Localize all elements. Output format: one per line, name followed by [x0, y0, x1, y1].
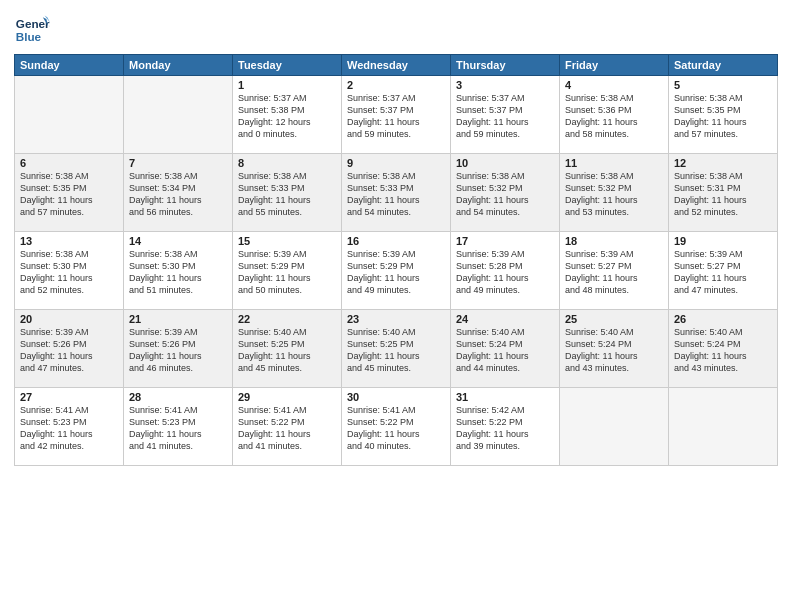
calendar-cell: 4Sunrise: 5:38 AM Sunset: 5:36 PM Daylig…: [560, 76, 669, 154]
day-info: Sunrise: 5:42 AM Sunset: 5:22 PM Dayligh…: [456, 404, 554, 453]
weekday-header-friday: Friday: [560, 55, 669, 76]
calendar-cell: 26Sunrise: 5:40 AM Sunset: 5:24 PM Dayli…: [669, 310, 778, 388]
day-number: 2: [347, 79, 445, 91]
day-number: 10: [456, 157, 554, 169]
calendar-cell: 3Sunrise: 5:37 AM Sunset: 5:37 PM Daylig…: [451, 76, 560, 154]
calendar-cell: 31Sunrise: 5:42 AM Sunset: 5:22 PM Dayli…: [451, 388, 560, 466]
calendar-cell: [669, 388, 778, 466]
calendar-cell: [124, 76, 233, 154]
calendar-cell: 7Sunrise: 5:38 AM Sunset: 5:34 PM Daylig…: [124, 154, 233, 232]
day-number: 30: [347, 391, 445, 403]
day-info: Sunrise: 5:38 AM Sunset: 5:35 PM Dayligh…: [674, 92, 772, 141]
calendar-cell: 11Sunrise: 5:38 AM Sunset: 5:32 PM Dayli…: [560, 154, 669, 232]
calendar-week-3: 13Sunrise: 5:38 AM Sunset: 5:30 PM Dayli…: [15, 232, 778, 310]
calendar-cell: 17Sunrise: 5:39 AM Sunset: 5:28 PM Dayli…: [451, 232, 560, 310]
day-info: Sunrise: 5:38 AM Sunset: 5:36 PM Dayligh…: [565, 92, 663, 141]
calendar-cell: 24Sunrise: 5:40 AM Sunset: 5:24 PM Dayli…: [451, 310, 560, 388]
calendar-cell: 23Sunrise: 5:40 AM Sunset: 5:25 PM Dayli…: [342, 310, 451, 388]
calendar-cell: 15Sunrise: 5:39 AM Sunset: 5:29 PM Dayli…: [233, 232, 342, 310]
day-info: Sunrise: 5:38 AM Sunset: 5:33 PM Dayligh…: [347, 170, 445, 219]
day-info: Sunrise: 5:38 AM Sunset: 5:32 PM Dayligh…: [456, 170, 554, 219]
logo: General Blue: [14, 10, 54, 46]
weekday-header-wednesday: Wednesday: [342, 55, 451, 76]
calendar-cell: 27Sunrise: 5:41 AM Sunset: 5:23 PM Dayli…: [15, 388, 124, 466]
day-number: 26: [674, 313, 772, 325]
weekday-header-thursday: Thursday: [451, 55, 560, 76]
day-number: 19: [674, 235, 772, 247]
day-info: Sunrise: 5:39 AM Sunset: 5:29 PM Dayligh…: [347, 248, 445, 297]
day-number: 29: [238, 391, 336, 403]
calendar-cell: 2Sunrise: 5:37 AM Sunset: 5:37 PM Daylig…: [342, 76, 451, 154]
day-number: 28: [129, 391, 227, 403]
day-info: Sunrise: 5:40 AM Sunset: 5:25 PM Dayligh…: [347, 326, 445, 375]
day-info: Sunrise: 5:40 AM Sunset: 5:24 PM Dayligh…: [456, 326, 554, 375]
page-header: General Blue: [14, 10, 778, 46]
day-info: Sunrise: 5:39 AM Sunset: 5:27 PM Dayligh…: [674, 248, 772, 297]
calendar-cell: 9Sunrise: 5:38 AM Sunset: 5:33 PM Daylig…: [342, 154, 451, 232]
weekday-header-sunday: Sunday: [15, 55, 124, 76]
svg-text:Blue: Blue: [16, 30, 42, 43]
day-number: 9: [347, 157, 445, 169]
calendar-cell: 20Sunrise: 5:39 AM Sunset: 5:26 PM Dayli…: [15, 310, 124, 388]
calendar-cell: 10Sunrise: 5:38 AM Sunset: 5:32 PM Dayli…: [451, 154, 560, 232]
calendar-cell: 14Sunrise: 5:38 AM Sunset: 5:30 PM Dayli…: [124, 232, 233, 310]
calendar-cell: 29Sunrise: 5:41 AM Sunset: 5:22 PM Dayli…: [233, 388, 342, 466]
calendar-week-1: 1Sunrise: 5:37 AM Sunset: 5:38 PM Daylig…: [15, 76, 778, 154]
logo-icon: General Blue: [14, 10, 50, 46]
day-number: 14: [129, 235, 227, 247]
day-number: 23: [347, 313, 445, 325]
calendar-cell: 19Sunrise: 5:39 AM Sunset: 5:27 PM Dayli…: [669, 232, 778, 310]
calendar-cell: [560, 388, 669, 466]
calendar-body: 1Sunrise: 5:37 AM Sunset: 5:38 PM Daylig…: [15, 76, 778, 466]
calendar-cell: 21Sunrise: 5:39 AM Sunset: 5:26 PM Dayli…: [124, 310, 233, 388]
calendar-week-5: 27Sunrise: 5:41 AM Sunset: 5:23 PM Dayli…: [15, 388, 778, 466]
calendar-cell: 8Sunrise: 5:38 AM Sunset: 5:33 PM Daylig…: [233, 154, 342, 232]
calendar-week-2: 6Sunrise: 5:38 AM Sunset: 5:35 PM Daylig…: [15, 154, 778, 232]
day-number: 18: [565, 235, 663, 247]
day-info: Sunrise: 5:39 AM Sunset: 5:28 PM Dayligh…: [456, 248, 554, 297]
day-info: Sunrise: 5:40 AM Sunset: 5:24 PM Dayligh…: [565, 326, 663, 375]
day-number: 25: [565, 313, 663, 325]
calendar-cell: 1Sunrise: 5:37 AM Sunset: 5:38 PM Daylig…: [233, 76, 342, 154]
day-info: Sunrise: 5:38 AM Sunset: 5:31 PM Dayligh…: [674, 170, 772, 219]
day-number: 22: [238, 313, 336, 325]
day-info: Sunrise: 5:41 AM Sunset: 5:22 PM Dayligh…: [347, 404, 445, 453]
calendar-cell: 30Sunrise: 5:41 AM Sunset: 5:22 PM Dayli…: [342, 388, 451, 466]
weekday-header-saturday: Saturday: [669, 55, 778, 76]
day-info: Sunrise: 5:39 AM Sunset: 5:29 PM Dayligh…: [238, 248, 336, 297]
day-number: 17: [456, 235, 554, 247]
day-info: Sunrise: 5:38 AM Sunset: 5:30 PM Dayligh…: [20, 248, 118, 297]
day-info: Sunrise: 5:41 AM Sunset: 5:23 PM Dayligh…: [20, 404, 118, 453]
day-number: 1: [238, 79, 336, 91]
day-info: Sunrise: 5:39 AM Sunset: 5:27 PM Dayligh…: [565, 248, 663, 297]
day-number: 24: [456, 313, 554, 325]
weekday-header-monday: Monday: [124, 55, 233, 76]
calendar-table: SundayMondayTuesdayWednesdayThursdayFrid…: [14, 54, 778, 466]
day-info: Sunrise: 5:37 AM Sunset: 5:38 PM Dayligh…: [238, 92, 336, 141]
day-info: Sunrise: 5:37 AM Sunset: 5:37 PM Dayligh…: [456, 92, 554, 141]
day-number: 31: [456, 391, 554, 403]
day-number: 13: [20, 235, 118, 247]
day-number: 16: [347, 235, 445, 247]
day-info: Sunrise: 5:39 AM Sunset: 5:26 PM Dayligh…: [129, 326, 227, 375]
calendar-cell: 22Sunrise: 5:40 AM Sunset: 5:25 PM Dayli…: [233, 310, 342, 388]
day-info: Sunrise: 5:38 AM Sunset: 5:35 PM Dayligh…: [20, 170, 118, 219]
day-number: 15: [238, 235, 336, 247]
calendar-cell: 13Sunrise: 5:38 AM Sunset: 5:30 PM Dayli…: [15, 232, 124, 310]
day-info: Sunrise: 5:37 AM Sunset: 5:37 PM Dayligh…: [347, 92, 445, 141]
calendar-cell: 5Sunrise: 5:38 AM Sunset: 5:35 PM Daylig…: [669, 76, 778, 154]
day-info: Sunrise: 5:40 AM Sunset: 5:24 PM Dayligh…: [674, 326, 772, 375]
calendar-cell: 25Sunrise: 5:40 AM Sunset: 5:24 PM Dayli…: [560, 310, 669, 388]
day-number: 20: [20, 313, 118, 325]
calendar-cell: 6Sunrise: 5:38 AM Sunset: 5:35 PM Daylig…: [15, 154, 124, 232]
calendar-cell: 12Sunrise: 5:38 AM Sunset: 5:31 PM Dayli…: [669, 154, 778, 232]
calendar-week-4: 20Sunrise: 5:39 AM Sunset: 5:26 PM Dayli…: [15, 310, 778, 388]
day-number: 5: [674, 79, 772, 91]
day-number: 21: [129, 313, 227, 325]
calendar-cell: 16Sunrise: 5:39 AM Sunset: 5:29 PM Dayli…: [342, 232, 451, 310]
weekday-header-tuesday: Tuesday: [233, 55, 342, 76]
day-number: 7: [129, 157, 227, 169]
day-info: Sunrise: 5:38 AM Sunset: 5:30 PM Dayligh…: [129, 248, 227, 297]
day-info: Sunrise: 5:40 AM Sunset: 5:25 PM Dayligh…: [238, 326, 336, 375]
day-info: Sunrise: 5:38 AM Sunset: 5:34 PM Dayligh…: [129, 170, 227, 219]
